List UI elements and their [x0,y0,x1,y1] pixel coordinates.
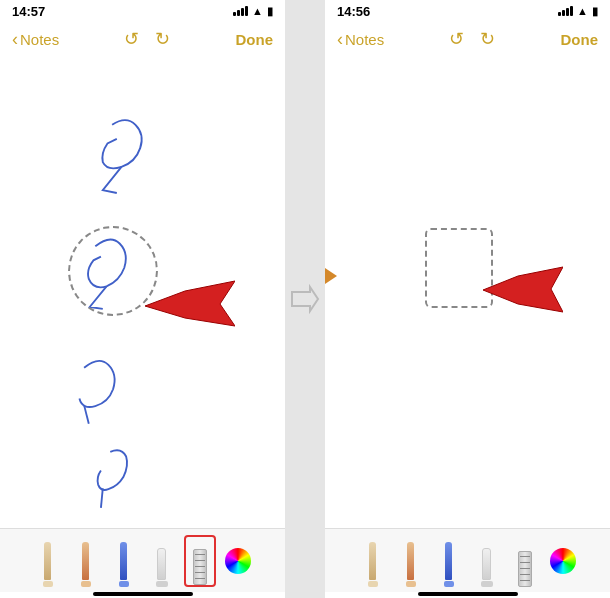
redo-icon-left[interactable]: ↻ [155,28,170,50]
svg-marker-1 [292,287,318,311]
arrow-separator [285,0,325,598]
back-chevron-right: ‹ [337,30,343,48]
tool-pen3-right[interactable] [433,535,465,587]
canvas-left[interactable] [0,58,285,528]
status-icons-left: ▲ ▮ [233,5,273,18]
back-text-left: Notes [20,31,59,48]
signal-icon [233,6,248,16]
tool-ruler-left[interactable] [184,535,216,587]
tool-color-left[interactable] [222,535,254,587]
transition-arrow [290,284,320,314]
back-button-left[interactable]: ‹ Notes [12,30,59,48]
battery-icon-right: ▮ [592,5,598,18]
nav-center-right: ↺ ↻ [449,28,495,50]
time-right: 14:56 [337,4,370,19]
toolbar-right [325,528,610,592]
back-button-right[interactable]: ‹ Notes [337,30,384,48]
back-chevron-left: ‹ [12,30,18,48]
done-button-left[interactable]: Done [236,31,274,48]
tool-pen1-right[interactable] [357,535,389,587]
tool-eraser-left[interactable] [146,535,178,587]
tool-color-right[interactable] [547,535,579,587]
nav-center-left: ↺ ↻ [124,28,170,50]
color-wheel-left [225,548,251,574]
left-phone-panel: 14:57 ▲ ▮ ‹ Notes ↺ ↻ Done [0,0,285,598]
nav-bar-left: ‹ Notes ↺ ↻ Done [0,22,285,58]
battery-icon: ▮ [267,5,273,18]
right-phone-panel: 14:56 ▲ ▮ ‹ Notes ↺ ↻ Done [325,0,610,598]
toolbar-left [0,528,285,592]
undo-icon-left[interactable]: ↺ [124,28,139,50]
status-bar-right: 14:56 ▲ ▮ [325,0,610,22]
undo-icon-right[interactable]: ↺ [449,28,464,50]
tool-pen3-left[interactable] [108,535,140,587]
time-left: 14:57 [12,4,45,19]
tool-pen1-left[interactable] [32,535,64,587]
signal-icon-right [558,6,573,16]
color-wheel-right [550,548,576,574]
done-button-right[interactable]: Done [561,31,599,48]
nav-bar-right: ‹ Notes ↺ ↻ Done [325,22,610,58]
status-bar-left: 14:57 ▲ ▮ [0,0,285,22]
canvas-right[interactable] [325,58,610,528]
wifi-icon: ▲ [252,5,263,17]
red-arrow-right [483,264,563,319]
svg-marker-0 [145,281,235,326]
home-indicator-left [0,592,285,598]
back-text-right: Notes [345,31,384,48]
svg-marker-2 [483,267,563,312]
tool-pen2-right[interactable] [395,535,427,587]
status-icons-right: ▲ ▮ [558,5,598,18]
tool-eraser-right[interactable] [471,535,503,587]
tool-pen2-left[interactable] [70,535,102,587]
tool-ruler-right[interactable] [509,535,541,587]
redo-icon-right[interactable]: ↻ [480,28,495,50]
wifi-icon-right: ▲ [577,5,588,17]
red-arrow-left [145,276,235,336]
home-indicator-right [325,592,610,598]
